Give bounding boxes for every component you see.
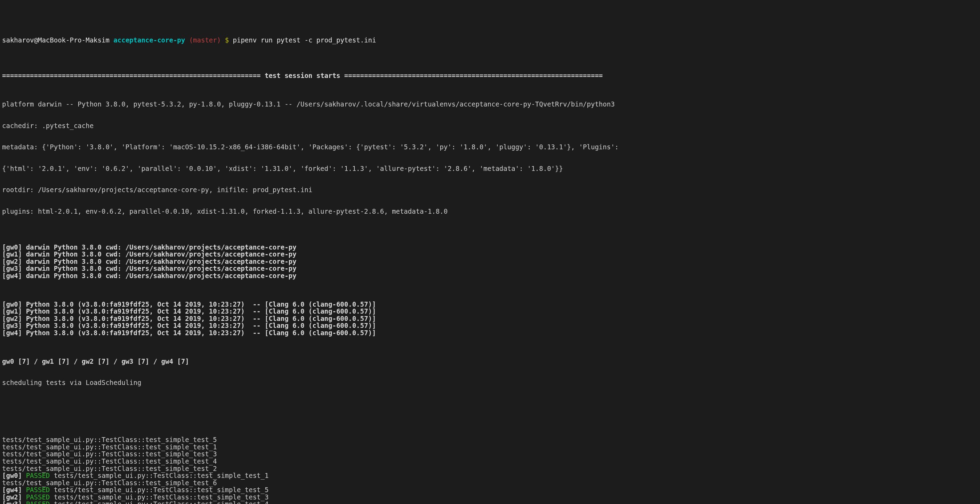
result-worker-id: [gw0]: [2, 472, 26, 479]
result-path: tests/test_sample_ui.py::TestClass::test…: [50, 472, 273, 479]
worker-id: [gw3]: [2, 265, 22, 272]
worker-cwd-line: [gw3] darwin Python 3.8.0 cwd: /Users/sa…: [2, 265, 978, 272]
result-path: tests/test_sample_ui.py::TestClass::test…: [50, 486, 273, 494]
plugins-line: plugins: html-2.0.1, env-0.6.2, parallel…: [2, 208, 978, 215]
rule-left: ========================================…: [2, 72, 261, 79]
prompt-cwd: acceptance-core-py: [113, 36, 185, 44]
worker-version-text: Python 3.8.0 (v3.8.0:fa919fdf25, Oct 14 …: [22, 322, 376, 329]
result-line: tests/test_sample_ui.py::TestClass::test…: [2, 436, 978, 443]
worker-version-text: Python 3.8.0 (v3.8.0:fa919fdf25, Oct 14 …: [22, 300, 376, 308]
worker-version-text: Python 3.8.0 (v3.8.0:fa919fdf25, Oct 14 …: [22, 315, 376, 322]
result-worker-id: [gw3]: [2, 500, 26, 504]
worker-version-line: [gw4] Python 3.8.0 (v3.8.0:fa919fdf25, O…: [2, 329, 978, 337]
result-line: tests/test_sample_ui.py::TestClass::test…: [2, 450, 978, 458]
metadata-line-2: {'html': '2.0.1', 'env': '0.6.2', 'paral…: [2, 165, 978, 172]
worker-cwd-line: [gw1] darwin Python 3.8.0 cwd: /Users/sa…: [2, 250, 978, 258]
worker-version-line: [gw2] Python 3.8.0 (v3.8.0:fa919fdf25, O…: [2, 315, 978, 322]
worker-cwd-text: darwin Python 3.8.0 cwd: /Users/sakharov…: [22, 250, 296, 258]
rootdir-line: rootdir: /Users/sakharov/projects/accept…: [2, 186, 978, 193]
result-line: [gw3] PASSED tests/test_sample_ui.py::Te…: [2, 501, 978, 504]
result-line: [gw2] PASSED tests/test_sample_ui.py::Te…: [2, 494, 978, 501]
worker-id: [gw1]: [2, 307, 22, 315]
worker-cwd-line: [gw4] darwin Python 3.8.0 cwd: /Users/sa…: [2, 272, 978, 279]
session-title: test session starts: [261, 72, 344, 79]
worker-id: [gw2]: [2, 315, 22, 322]
workers-cwd-block: [gw0] darwin Python 3.8.0 cwd: /Users/sa…: [2, 244, 978, 279]
terminal[interactable]: sakharov@MacBook-Pro-Maksim acceptance-c…: [0, 0, 980, 504]
prompt-line-1: sakharov@MacBook-Pro-Maksim acceptance-c…: [2, 29, 978, 43]
worker-version-text: Python 3.8.0 (v3.8.0:fa919fdf25, Oct 14 …: [22, 329, 376, 337]
prompt-branch: (master): [189, 36, 221, 44]
worker-id: [gw1]: [2, 250, 22, 258]
scheduling-line: scheduling tests via LoadScheduling: [2, 379, 978, 386]
result-status: PASSED: [26, 500, 50, 504]
prompt-dollar: $: [225, 36, 229, 44]
worker-id: [gw4]: [2, 329, 22, 337]
result-status: PASSED: [26, 493, 50, 501]
worker-id: [gw3]: [2, 322, 22, 329]
worker-cwd-text: darwin Python 3.8.0 cwd: /Users/sakharov…: [22, 265, 296, 272]
session-header: ========================================…: [2, 72, 978, 79]
worker-cwd-text: darwin Python 3.8.0 cwd: /Users/sakharov…: [22, 272, 296, 279]
workers-version-block: [gw0] Python 3.8.0 (v3.8.0:fa919fdf25, O…: [2, 301, 978, 337]
worker-version-text: Python 3.8.0 (v3.8.0:fa919fdf25, Oct 14 …: [22, 307, 376, 315]
worker-cwd-text: darwin Python 3.8.0 cwd: /Users/sakharov…: [22, 243, 296, 251]
result-path: tests/test_sample_ui.py::TestClass::test…: [50, 493, 273, 501]
worker-version-line: [gw1] Python 3.8.0 (v3.8.0:fa919fdf25, O…: [2, 308, 978, 315]
result-worker-id: [gw2]: [2, 493, 26, 501]
test-results-block: tests/test_sample_ui.py::TestClass::test…: [2, 436, 978, 504]
result-line: tests/test_sample_ui.py::TestClass::test…: [2, 479, 978, 486]
prompt-command: pipenv run pytest -c prod_pytest.ini: [233, 36, 376, 44]
platform-line: platform darwin -- Python 3.8.0, pytest-…: [2, 100, 978, 108]
worker-id: [gw4]: [2, 272, 22, 279]
gw-counts-line: gw0 [7] / gw1 [7] / gw2 [7] / gw3 [7] / …: [2, 358, 978, 365]
cachedir-line: cachedir: .pytest_cache: [2, 122, 978, 129]
result-status: PASSED: [26, 472, 50, 479]
worker-cwd-text: darwin Python 3.8.0 cwd: /Users/sakharov…: [22, 258, 296, 265]
result-status: PASSED: [26, 486, 50, 494]
result-line: tests/test_sample_ui.py::TestClass::test…: [2, 443, 978, 451]
result-line: tests/test_sample_ui.py::TestClass::test…: [2, 458, 978, 465]
result-line: tests/test_sample_ui.py::TestClass::test…: [2, 465, 978, 472]
worker-version-line: [gw0] Python 3.8.0 (v3.8.0:fa919fdf25, O…: [2, 301, 978, 308]
result-worker-id: [gw4]: [2, 486, 26, 494]
worker-cwd-line: [gw0] darwin Python 3.8.0 cwd: /Users/sa…: [2, 244, 978, 251]
worker-id: [gw0]: [2, 300, 22, 308]
rule-right: ========================================…: [344, 72, 603, 79]
blank-line: [2, 400, 978, 408]
prompt-user-host: sakharov@MacBook-Pro-Maksim: [2, 36, 110, 44]
result-line: [gw0] PASSED tests/test_sample_ui.py::Te…: [2, 472, 978, 479]
result-path: tests/test_sample_ui.py::TestClass::test…: [50, 500, 273, 504]
worker-id: [gw0]: [2, 243, 22, 251]
worker-cwd-line: [gw2] darwin Python 3.8.0 cwd: /Users/sa…: [2, 258, 978, 265]
worker-id: [gw2]: [2, 258, 22, 265]
result-line: [gw4] PASSED tests/test_sample_ui.py::Te…: [2, 486, 978, 494]
worker-version-line: [gw3] Python 3.8.0 (v3.8.0:fa919fdf25, O…: [2, 322, 978, 329]
metadata-line-1: metadata: {'Python': '3.8.0', 'Platform'…: [2, 144, 978, 151]
